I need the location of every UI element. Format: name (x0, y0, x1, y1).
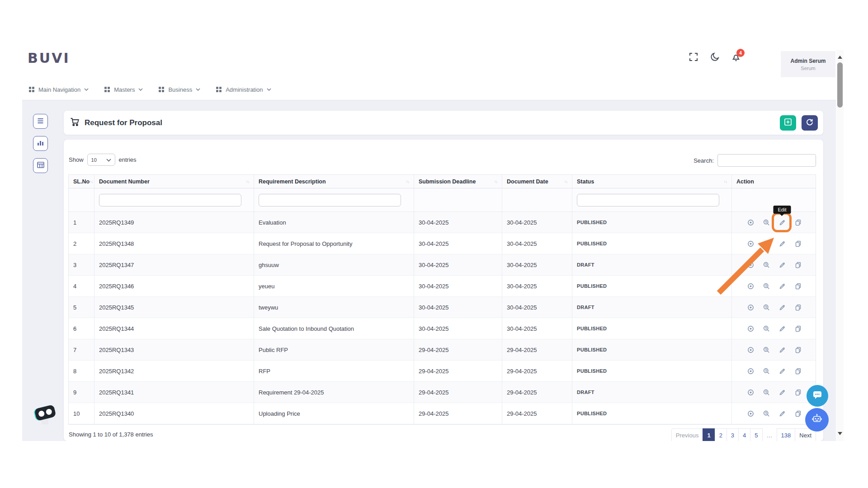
copy-icon[interactable] (792, 238, 804, 249)
view-icon[interactable] (745, 216, 756, 228)
zoom-icon[interactable] (760, 344, 772, 356)
view-icon[interactable] (745, 259, 756, 271)
search-label: Search: (693, 157, 714, 164)
notifications-bell-icon[interactable]: 4 (731, 52, 741, 62)
window-margin (0, 0, 22, 488)
view-icon[interactable] (745, 386, 756, 398)
edit-icon[interactable] (776, 301, 788, 313)
edit-icon[interactable] (776, 323, 788, 334)
sidebar-menu-button[interactable] (33, 114, 48, 129)
page-size-select[interactable]: 10 (87, 154, 115, 166)
sort-icon: ↑↓ (406, 179, 409, 184)
column-header-submission-deadline[interactable]: Submission Deadline↑↓ (414, 175, 502, 188)
scrollbar-thumb[interactable] (837, 62, 843, 108)
zoom-icon[interactable] (760, 408, 772, 419)
copy-icon[interactable] (792, 280, 804, 292)
view-icon[interactable] (745, 280, 756, 292)
edit-icon[interactable] (776, 365, 788, 377)
zoom-icon[interactable] (760, 365, 772, 377)
table-row: 5 2025RQ1345 tweywu 30-04-2025 30-04-202… (69, 297, 816, 318)
table-row: 4 2025RQ1346 yeueu 30-04-2025 30-04-2025… (69, 276, 816, 297)
nav-item-administration[interactable]: Administration (216, 86, 271, 93)
view-icon[interactable] (745, 344, 756, 356)
view-icon[interactable] (745, 408, 756, 419)
pagination-previous-button[interactable]: Previous (671, 428, 703, 442)
cell-document-number: 2025RQ1345 (94, 297, 254, 318)
chat-floating-button[interactable] (807, 385, 828, 407)
nav-item-masters[interactable]: Masters (104, 86, 143, 93)
refresh-button[interactable] (802, 115, 818, 131)
page-scrollbar[interactable] (836, 50, 844, 441)
cell-requirement-description: ghsuuw (254, 254, 414, 275)
cell-document-number: 2025RQ1343 (94, 339, 254, 360)
cell-status: PUBLISHED (572, 233, 732, 254)
column-header-requirement-description[interactable]: Requirement Description↑↓ (254, 175, 414, 188)
cell-action (732, 254, 816, 275)
pagination-page-1[interactable]: 1 (703, 428, 715, 442)
copy-icon[interactable] (792, 408, 804, 419)
column-header-status[interactable]: Status↑↓ (572, 175, 732, 188)
copy-icon[interactable] (792, 301, 804, 313)
zoom-icon[interactable] (760, 280, 772, 292)
column-header-document-date[interactable]: Document Date↑↓ (502, 175, 572, 188)
zoom-icon[interactable] (760, 238, 772, 249)
table-row: 7 2025RQ1343 Public RFP 29-04-2025 29-04… (69, 339, 816, 361)
cell-slno: 3 (69, 254, 94, 275)
edit-icon[interactable] (776, 344, 788, 356)
cell-slno: 10 (69, 403, 94, 424)
edit-icon[interactable] (776, 386, 788, 398)
view-icon[interactable] (745, 323, 756, 334)
copy-icon[interactable] (792, 344, 804, 356)
dark-mode-moon-icon[interactable] (710, 52, 720, 62)
app-window: BUVI 4 Admin Serum Serum (0, 0, 868, 488)
column-header-document-number[interactable]: Document Number↑↓ (94, 175, 254, 188)
copy-icon[interactable] (792, 386, 804, 398)
nav-item-business[interactable]: Business (158, 86, 200, 93)
cell-document-number: 2025RQ1340 (94, 403, 254, 424)
pagination-page-2[interactable]: 2 (715, 428, 727, 442)
scroll-up-arrow-icon[interactable] (838, 53, 842, 59)
add-button[interactable] (780, 115, 796, 131)
pagination-page-3[interactable]: 3 (726, 428, 739, 442)
copy-icon[interactable] (792, 365, 804, 377)
cell-slno: 6 (69, 318, 94, 339)
cell-requirement-description: Request for Proposal to Opportunity (254, 233, 414, 254)
zoom-icon[interactable] (760, 259, 772, 271)
zoom-icon[interactable] (760, 386, 772, 398)
view-icon[interactable] (745, 238, 756, 249)
window-margin (844, 0, 868, 488)
copy-icon[interactable] (792, 323, 804, 334)
edit-icon[interactable] (776, 408, 788, 419)
zoom-icon[interactable] (760, 323, 772, 334)
cell-document-date: 29-04-2025 (502, 339, 572, 360)
fullscreen-icon[interactable] (689, 52, 698, 62)
pagination-page-138[interactable]: 138 (777, 428, 796, 442)
edit-icon[interactable] (776, 259, 788, 271)
document-number-filter-input[interactable] (99, 194, 241, 206)
pagination-page-4[interactable]: 4 (738, 428, 750, 442)
nav-item-main-navigation[interactable]: Main Navigation (28, 86, 89, 93)
column-header-slno[interactable]: SL.No↑↓ (69, 175, 94, 188)
status-filter-input[interactable] (577, 194, 719, 206)
cell-status: PUBLISHED (572, 339, 732, 360)
bar-chart-icon (37, 140, 44, 148)
sidebar-table-button[interactable] (33, 158, 48, 173)
view-icon[interactable] (745, 365, 756, 377)
edit-icon[interactable] (776, 280, 788, 292)
sidebar-chart-button[interactable] (33, 136, 48, 151)
scroll-down-arrow-icon[interactable] (838, 432, 842, 437)
edit-icon[interactable]: Edit (776, 216, 788, 228)
user-menu[interactable]: Admin Serum Serum (781, 51, 835, 77)
pagination-page-5[interactable]: 5 (750, 428, 762, 442)
robot-assistant-floating-button[interactable] (805, 408, 829, 432)
edit-icon[interactable] (776, 238, 788, 249)
main-navbar: Main Navigation Masters Business Adminis… (22, 79, 836, 100)
copy-icon[interactable] (792, 216, 804, 228)
cell-submission-deadline: 30-04-2025 (414, 254, 502, 275)
zoom-icon[interactable] (760, 216, 772, 228)
zoom-icon[interactable] (760, 301, 772, 313)
requirement-description-filter-input[interactable] (259, 194, 401, 206)
view-icon[interactable] (745, 301, 756, 313)
search-input[interactable] (717, 154, 816, 167)
copy-icon[interactable] (792, 259, 804, 271)
